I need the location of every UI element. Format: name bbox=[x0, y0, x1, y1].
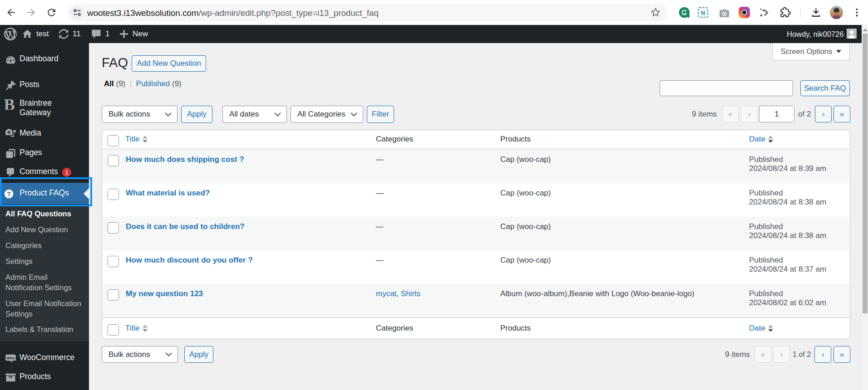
svg-text:N: N bbox=[701, 10, 705, 16]
svg-text:B: B bbox=[4, 98, 15, 110]
svg-text:Woo: Woo bbox=[7, 356, 15, 360]
